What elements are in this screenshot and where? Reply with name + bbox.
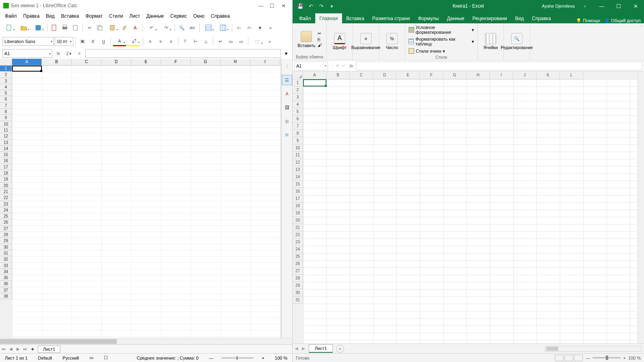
- select-all-corner[interactable]: [0, 59, 12, 66]
- find-button[interactable]: 🔍Редактирование: [507, 33, 526, 50]
- next-sheet-button[interactable]: ▶: [14, 347, 22, 351]
- zoom-in-button[interactable]: +: [259, 356, 266, 360]
- number-button[interactable]: %Число: [382, 33, 402, 50]
- col-H[interactable]: H: [221, 59, 250, 66]
- align-bottom-button[interactable]: ⊥: [201, 37, 211, 46]
- row-26[interactable]: 26: [0, 219, 12, 225]
- menu-Стили[interactable]: Стили: [106, 12, 126, 20]
- align-middle-button[interactable]: ⊢: [191, 37, 200, 46]
- zoom-slider[interactable]: [221, 357, 254, 359]
- row-23[interactable]: 23: [0, 201, 12, 207]
- page-layout-icon[interactable]: [564, 355, 573, 361]
- next-sheet-button[interactable]: ▶: [300, 346, 307, 351]
- col-E[interactable]: E: [396, 72, 420, 79]
- row-12[interactable]: 12: [0, 133, 12, 139]
- pdf-button[interactable]: [50, 23, 59, 33]
- col-I[interactable]: I: [490, 72, 513, 79]
- formula-input[interactable]: [356, 62, 642, 70]
- row-23[interactable]: 23: [293, 239, 303, 246]
- col-G[interactable]: G: [443, 72, 466, 79]
- col-D[interactable]: D: [373, 72, 396, 79]
- spellcheck-button[interactable]: abc: [188, 23, 197, 33]
- italic-button[interactable]: К: [88, 37, 98, 46]
- col-A[interactable]: A: [12, 59, 42, 66]
- col-D[interactable]: D: [101, 59, 131, 66]
- cut-icon[interactable]: ✂: [318, 31, 322, 36]
- print-button[interactable]: [60, 23, 70, 33]
- wrap-button[interactable]: ↵: [215, 37, 225, 46]
- format-painter-icon[interactable]: 🖌: [318, 43, 322, 47]
- menu-Вставка[interactable]: Вставка: [58, 12, 83, 20]
- row-1[interactable]: 1: [0, 66, 12, 72]
- row-3[interactable]: 3: [293, 94, 303, 101]
- row-24[interactable]: 24: [0, 207, 12, 213]
- column-headers[interactable]: ABCDEFGHI: [12, 59, 280, 66]
- conditional-format-button[interactable]: Условное форматирование ▾: [409, 25, 474, 35]
- row-10[interactable]: 10: [293, 144, 303, 152]
- row-7[interactable]: 7: [0, 103, 12, 109]
- cell-style[interactable]: Default: [36, 356, 55, 360]
- col-L[interactable]: L: [560, 72, 583, 79]
- share-button[interactable]: 👤 Общий доступ: [604, 18, 641, 23]
- underline-button[interactable]: Ч: [99, 37, 108, 46]
- row-4[interactable]: 4: [0, 84, 12, 90]
- more2-button[interactable]: »: [265, 37, 275, 46]
- cell-styles-button[interactable]: Стили ячеек ▾: [409, 48, 445, 54]
- currency-button[interactable]: ⬚: [250, 37, 264, 46]
- row-5[interactable]: 5: [293, 108, 303, 115]
- last-sheet-button[interactable]: ⏭: [22, 347, 29, 351]
- insert-mode-icon[interactable]: ▭: [87, 355, 96, 360]
- tab-Справка[interactable]: Справка: [528, 14, 555, 23]
- sheet-tab[interactable]: Лист1: [38, 346, 60, 353]
- menu-Сервис[interactable]: Сервис: [167, 12, 190, 20]
- row-29[interactable]: 29: [0, 238, 12, 244]
- col-G[interactable]: G: [191, 59, 221, 66]
- row-30[interactable]: 30: [293, 289, 303, 296]
- menu-Формат[interactable]: Формат: [82, 12, 106, 20]
- align-left-button[interactable]: ≡: [145, 37, 155, 46]
- row-8[interactable]: 8: [293, 130, 303, 137]
- paste-button[interactable]: [105, 23, 119, 33]
- sort-asc-button[interactable]: A↑: [245, 23, 254, 33]
- row-20[interactable]: 20: [0, 183, 12, 189]
- zoom-in-button[interactable]: +: [623, 356, 625, 360]
- row-32[interactable]: 32: [0, 256, 12, 262]
- row-27[interactable]: 27: [293, 267, 303, 275]
- row-14[interactable]: 14: [0, 146, 12, 152]
- properties-icon[interactable]: ☰: [282, 75, 292, 85]
- row-28[interactable]: 28: [0, 232, 12, 238]
- language[interactable]: Русский: [60, 356, 81, 360]
- row-15[interactable]: 15: [293, 181, 303, 188]
- highlight-button[interactable]: 🖍: [127, 37, 141, 46]
- align-button[interactable]: ≡Выравнивание: [356, 33, 376, 50]
- functions-icon[interactable]: fx: [282, 130, 292, 140]
- bold-button[interactable]: Ж: [78, 37, 87, 46]
- col-B[interactable]: B: [326, 72, 350, 79]
- row-headers[interactable]: 1234567891011121314151617181920212223242…: [0, 66, 12, 338]
- menu-Правка[interactable]: Правка: [20, 12, 43, 20]
- row-button[interactable]: [202, 23, 215, 33]
- row-13[interactable]: 13: [293, 166, 303, 173]
- minimize-button[interactable]: —: [255, 3, 266, 9]
- row-5[interactable]: 5: [0, 90, 12, 96]
- column-headers[interactable]: ABCDEFGHIJKL: [303, 72, 638, 79]
- copy-button[interactable]: [95, 23, 105, 33]
- col-button[interactable]: [216, 23, 230, 33]
- col-E[interactable]: E: [131, 59, 161, 66]
- row-9[interactable]: 9: [293, 137, 303, 144]
- row-20[interactable]: 20: [293, 217, 303, 224]
- row-30[interactable]: 30: [0, 244, 12, 250]
- tab-Главная[interactable]: Главная: [315, 13, 343, 23]
- cells-button[interactable]: Ячейки: [481, 33, 500, 50]
- more-button[interactable]: »: [266, 23, 275, 33]
- copy-icon[interactable]: ⎘: [318, 37, 322, 42]
- tab-Файл[interactable]: Файл: [295, 14, 315, 23]
- tell-me[interactable]: 💡 Помощн: [576, 18, 600, 23]
- col-K[interactable]: K: [537, 72, 560, 79]
- menu-Справка[interactable]: Справка: [208, 12, 233, 20]
- row-10[interactable]: 10: [0, 121, 12, 127]
- tab-Вид[interactable]: Вид: [511, 14, 528, 23]
- save-button[interactable]: [31, 23, 45, 33]
- row-28[interactable]: 28: [293, 275, 303, 282]
- col-C[interactable]: C: [72, 59, 101, 66]
